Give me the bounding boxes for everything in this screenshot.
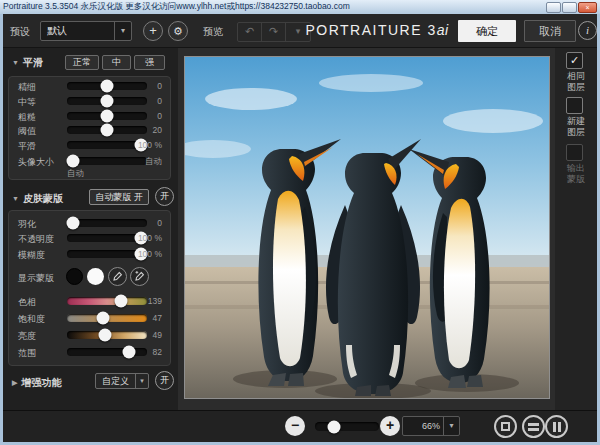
plugin-body: 预设 默认 ▾ + ⚙ 预览 ↶ ↷ ▾ Portraiture 3ai 确定 … xyxy=(3,14,597,442)
enhance-toggle[interactable]: 开 xyxy=(155,371,174,390)
split-vertical-view-button[interactable] xyxy=(545,415,568,438)
auto-mask-button[interactable]: 自动蒙版 开 xyxy=(89,189,149,205)
output-mask-checkbox[interactable] xyxy=(566,144,583,161)
smoothing-section-header[interactable]: ▼平滑 xyxy=(12,56,43,70)
slider-value: 0 xyxy=(122,81,162,91)
chevron-down-icon: ▾ xyxy=(135,374,148,388)
window-titlebar[interactable]: Portraiture 3.5.3504 永乐汉化版 更多汉化访问www.ylh… xyxy=(0,0,600,14)
preview-label: 预览 xyxy=(203,25,223,39)
single-view-icon xyxy=(501,422,510,431)
info-button[interactable]: i xyxy=(578,21,597,40)
slider-knob[interactable] xyxy=(101,110,114,123)
smoothing-preset-high-button[interactable]: 强 xyxy=(134,55,165,70)
slider-label: 不透明度 xyxy=(18,233,54,246)
slider-value: 100 % xyxy=(122,233,162,243)
skin-mask-sliders-group: 羽化 0 不透明度 100 % 模糊度 100 % 显示蒙版 xyxy=(8,210,171,366)
slider-label: 模糊度 xyxy=(18,249,45,262)
chevron-down-icon: ▾ xyxy=(443,417,459,435)
zoom-in-button[interactable]: + xyxy=(380,416,400,436)
split-horizontal-view-button[interactable] xyxy=(522,415,545,438)
slider-label: 色相 xyxy=(18,296,36,309)
slider-knob[interactable] xyxy=(101,124,114,137)
slider-knob[interactable] xyxy=(328,420,341,433)
gear-icon[interactable]: ⚙ xyxy=(168,21,188,41)
skin-mask-section-header[interactable]: ▼皮肤蒙版 xyxy=(12,192,63,206)
portraiture-logo: Portraiture 3ai xyxy=(303,22,451,38)
split-vertical-icon xyxy=(553,422,556,432)
slider-row: 阈值 20 xyxy=(15,123,164,137)
slider-row: 平滑 100 % xyxy=(15,138,164,152)
auto-sub-label: 自动 xyxy=(67,168,84,180)
zoom-level-dropdown[interactable]: 66% ▾ xyxy=(402,416,460,436)
slider-row: 中等 0 xyxy=(15,94,164,108)
zoom-out-button[interactable]: − xyxy=(285,416,305,436)
slider-knob[interactable] xyxy=(67,155,80,168)
penguins-photo xyxy=(185,57,549,398)
slider-row: 羽化 0 xyxy=(15,216,164,230)
slider-label: 精细 xyxy=(18,81,36,94)
ok-button[interactable]: 确定 xyxy=(458,20,516,42)
smoothing-preset-medium-button[interactable]: 中 xyxy=(102,55,131,70)
preset-label: 预设 xyxy=(10,25,30,39)
preview-area xyxy=(178,48,555,410)
same-layer-label: 相同 图层 xyxy=(555,71,597,92)
show-mask-label: 显示蒙版 xyxy=(18,272,54,285)
preview-zoom-slider[interactable] xyxy=(315,422,379,431)
minimize-button[interactable] xyxy=(546,2,561,13)
skin-mask-toggle[interactable]: 开 xyxy=(155,187,174,206)
slider-value: 20 xyxy=(122,125,162,135)
slider-row: 亮度 49 xyxy=(15,328,164,342)
redo-icon[interactable]: ↷ xyxy=(262,23,286,41)
enhance-section-header[interactable]: ▶增强功能 xyxy=(12,376,61,390)
show-mask-row: 显示蒙版 xyxy=(15,270,164,288)
slider-value: 自动 xyxy=(122,156,162,168)
smoothing-sliders-group: 精细 0 中等 0 粗糙 0 阈值 20 xyxy=(8,76,171,180)
new-layer-checkbox[interactable] xyxy=(566,97,583,114)
slider-value: 82 xyxy=(122,347,162,357)
slider-knob[interactable] xyxy=(101,80,114,93)
add-preset-button[interactable]: + xyxy=(143,21,163,41)
slider-knob[interactable] xyxy=(101,95,114,108)
slider-knob[interactable] xyxy=(98,329,111,342)
single-view-button[interactable] xyxy=(494,415,517,438)
slider-value: 0 xyxy=(122,218,162,228)
cancel-button[interactable]: 取消 xyxy=(524,20,576,42)
history-controls: ↶ ↷ ▾ xyxy=(237,22,311,42)
preview-image[interactable] xyxy=(184,56,550,399)
slider-label: 阈值 xyxy=(18,125,36,138)
same-layer-checkbox[interactable]: ✓ xyxy=(566,52,583,69)
slider-value: 139 xyxy=(122,296,162,306)
eyedropper-plus-icon[interactable] xyxy=(130,267,149,286)
slider-label: 羽化 xyxy=(18,218,36,231)
mask-color-white-swatch[interactable] xyxy=(87,268,104,285)
slider-row: 色相 139 xyxy=(15,294,164,308)
output-options-panel: ✓ 相同 图层 新建 图层 输出 蒙版 xyxy=(555,48,597,410)
slider-row: 不透明度 100 % xyxy=(15,231,164,245)
smoothing-preset-normal-button[interactable]: 正常 xyxy=(65,55,99,70)
preset-dropdown[interactable]: 默认 ▾ xyxy=(40,21,132,41)
slider-label: 中等 xyxy=(18,96,36,109)
close-button[interactable]: × xyxy=(578,2,597,13)
eyedropper-icon[interactable] xyxy=(108,267,127,286)
split-horizontal-icon xyxy=(528,423,539,426)
maximize-button[interactable] xyxy=(562,2,577,13)
preset-value: 默认 xyxy=(47,25,67,36)
output-mask-label: 输出 蒙版 xyxy=(555,163,597,184)
undo-icon[interactable]: ↶ xyxy=(238,23,262,41)
slider-value: 0 xyxy=(122,111,162,121)
slider-value: 0 xyxy=(122,96,162,106)
controls-panel: ▼平滑 正常 中 强 精细 0 中等 0 粗糙 0 xyxy=(3,48,178,410)
slider-knob[interactable] xyxy=(97,312,110,325)
enhance-preset-dropdown[interactable]: 自定义 ▾ xyxy=(95,373,149,389)
window-controls: × xyxy=(546,2,597,13)
mask-color-black-swatch[interactable] xyxy=(66,268,83,285)
slider-value: 47 xyxy=(122,313,162,323)
slider-label: 头像大小 xyxy=(18,156,54,169)
bottom-bar: − + 66% ▾ xyxy=(3,410,597,442)
slider-row: 模糊度 100 % xyxy=(15,247,164,261)
slider-knob[interactable] xyxy=(67,217,80,230)
slider-row: 粗糙 0 xyxy=(15,109,164,123)
toolbar: 预设 默认 ▾ + ⚙ 预览 ↶ ↷ ▾ Portraiture 3ai 确定 … xyxy=(3,14,597,48)
slider-row: 头像大小 自动 xyxy=(15,154,164,168)
slider-row: 范围 82 xyxy=(15,345,164,359)
